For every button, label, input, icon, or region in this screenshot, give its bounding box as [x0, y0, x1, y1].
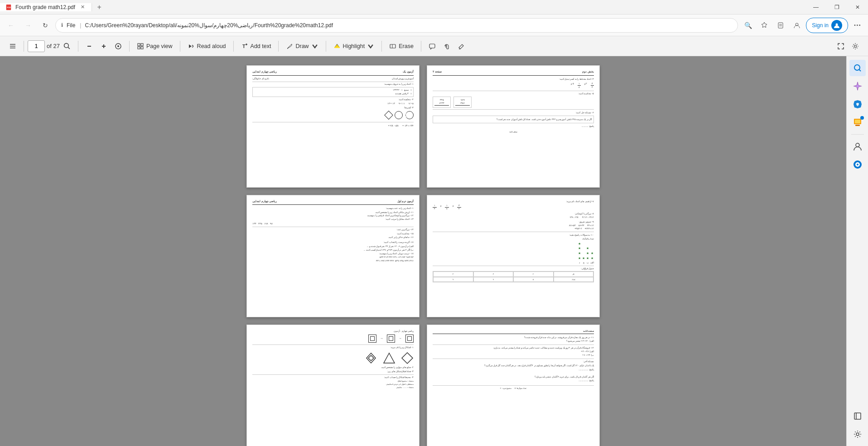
svg-point-44	[857, 164, 858, 165]
zoom-out-icon	[86, 43, 93, 50]
zoom-out-button[interactable]	[82, 39, 96, 53]
sidebar-person-button[interactable]	[849, 138, 866, 155]
person-icon	[853, 142, 862, 151]
svg-rect-9	[10, 48, 15, 48]
erase-button[interactable]: Erase	[386, 39, 417, 53]
collections-button[interactable]	[773, 18, 788, 33]
svg-point-6	[836, 23, 838, 25]
tab-area: PDF Fourth grade math12.pdf ✕ +	[0, 3, 106, 11]
pdf-viewer[interactable]: آزمون یک ریاضی چهارم ابتدایی آموزش و پرو…	[0, 56, 846, 446]
addressbar: ← → ↻ ℹ File | C:/Users/Green%20rayan/De…	[0, 15, 868, 36]
draw-icon	[286, 43, 293, 50]
svg-marker-21	[189, 44, 192, 48]
sidebar-collections-button[interactable]	[849, 114, 866, 131]
url-bar[interactable]: ℹ File | C:/Users/Green%20rayan/Desktop/…	[55, 18, 738, 33]
pdf-row-3: ریاضی چهارم - آزمون → →	[246, 325, 600, 446]
pdf-page-5[interactable]: ریاضی چهارم - آزمون → →	[246, 325, 420, 446]
search-button[interactable]: 🔍	[741, 18, 755, 33]
addressbar-right: 🔍 Sign in ⋯	[741, 18, 864, 33]
sidebar-search-button[interactable]	[849, 60, 866, 76]
back-button[interactable]: ←	[4, 18, 18, 33]
fit-page-button[interactable]	[111, 39, 125, 53]
pdf-page-2[interactable]: بخش دوم صفحه ۲ ۴- اعداد مختلط را به کسر …	[427, 65, 600, 188]
pdf-toolbar: of 27 Page view	[0, 36, 868, 56]
sidebar-bottom-settings-button[interactable]	[849, 426, 866, 442]
pdf-row-1: آزمون یک ریاضی چهارم ابتدایی آموزش و پرو…	[246, 65, 600, 188]
titlebar: PDF Fourth grade math12.pdf ✕ + — ❐ ✕	[0, 0, 868, 15]
pdf-page-3[interactable]: آزمون ترم اول ریاضی چهارم ابتدایی ۱- اعد…	[246, 195, 420, 317]
erase-label: Erase	[399, 43, 414, 49]
pdf-page-4[interactable]: ۷- از قسم های اعداد نام ببرید: ۳۴ و ۱۸ و…	[427, 195, 600, 317]
new-tab-button[interactable]: +	[92, 3, 106, 11]
sidebar-outlook-button[interactable]	[849, 156, 866, 173]
zoom-in-button[interactable]	[96, 39, 111, 53]
more-options-button[interactable]: ⋯	[850, 18, 864, 33]
close-button[interactable]: ✕	[847, 0, 868, 14]
sidebar-toggle-button[interactable]	[5, 39, 20, 53]
pdf-page-6[interactable]: صفحه ادامه ۱۱- در هر روز یک مغازه قرآن م…	[427, 325, 600, 446]
pdf-settings-button[interactable]	[848, 39, 863, 53]
svg-marker-33	[384, 353, 395, 363]
page-view-label: Page view	[146, 43, 173, 49]
maximize-button[interactable]: ❐	[826, 0, 847, 14]
svg-rect-45	[854, 413, 861, 419]
forward-button[interactable]: →	[21, 18, 35, 33]
add-text-label: Add text	[251, 43, 271, 49]
svg-point-10	[64, 43, 69, 48]
profile-button[interactable]	[790, 18, 804, 33]
active-tab[interactable]: PDF Fourth grade math12.pdf ✕	[0, 3, 92, 11]
read-aloud-button[interactable]: Read aloud	[184, 39, 230, 53]
pdf-page-1[interactable]: آزمون یک ریاضی چهارم ابتدایی آموزش و پرو…	[246, 65, 420, 188]
pdf-settings-icon	[852, 43, 859, 50]
page-view-button[interactable]: Page view	[133, 39, 176, 53]
collections-icon	[777, 22, 784, 29]
add-text-button[interactable]: T Add text	[237, 39, 275, 53]
url-path: C:/Users/Green%20rayan/Desktop/ali/ریاضی…	[85, 22, 732, 29]
fullscreen-button[interactable]	[834, 39, 848, 53]
minimize-button[interactable]: —	[805, 0, 826, 14]
sidebar-expand-button[interactable]	[849, 408, 866, 424]
expand-sidebar-icon	[854, 412, 862, 420]
svg-rect-17	[138, 44, 140, 46]
svg-point-47	[856, 433, 859, 436]
clip-button[interactable]	[439, 39, 454, 53]
svg-rect-20	[141, 47, 143, 49]
svg-rect-7	[10, 44, 15, 45]
separator-9	[421, 41, 421, 52]
svg-text:PDF: PDF	[7, 6, 11, 8]
pdf-row-2: آزمون ترم اول ریاضی چهارم ابتدایی ۱- اعد…	[246, 195, 600, 317]
sidebar-copilot-button[interactable]	[849, 96, 866, 112]
url-protocol: File	[67, 22, 75, 29]
right-sidebar	[846, 56, 868, 446]
search-pdf-button[interactable]	[60, 39, 74, 53]
svg-text:T: T	[242, 44, 246, 49]
comment-icon	[429, 43, 436, 50]
url-separator: |	[80, 22, 81, 29]
sidebar-toggle-icon	[9, 43, 16, 50]
svg-point-36	[854, 65, 860, 70]
highlight-button[interactable]: Highlight	[330, 39, 378, 53]
sidebar-sparkle-button[interactable]	[849, 78, 866, 94]
svg-rect-18	[141, 44, 143, 46]
separator-7	[326, 41, 326, 52]
draw-dropdown-icon	[311, 43, 318, 50]
draw-button[interactable]: Draw	[282, 39, 322, 53]
titlebar-left: PDF Fourth grade math12.pdf ✕ +	[0, 3, 805, 11]
tab-close-button[interactable]: ✕	[79, 4, 86, 11]
page-number-input[interactable]	[28, 40, 45, 52]
svg-rect-29	[429, 44, 435, 48]
sign-in-button[interactable]: Sign in	[806, 18, 848, 33]
separator-3	[129, 41, 130, 52]
svg-rect-40	[855, 125, 860, 126]
profile-icon	[793, 22, 800, 29]
search-sidebar-icon	[853, 63, 862, 73]
separator-8	[381, 41, 382, 52]
svg-rect-27	[390, 44, 395, 48]
draw-label: Draw	[295, 43, 309, 49]
comment-button[interactable]	[425, 39, 439, 53]
favorites-button[interactable]	[757, 18, 772, 33]
svg-line-37	[859, 70, 861, 72]
edit-button[interactable]	[454, 39, 468, 53]
separator-1	[24, 41, 24, 52]
refresh-button[interactable]: ↻	[38, 18, 53, 33]
